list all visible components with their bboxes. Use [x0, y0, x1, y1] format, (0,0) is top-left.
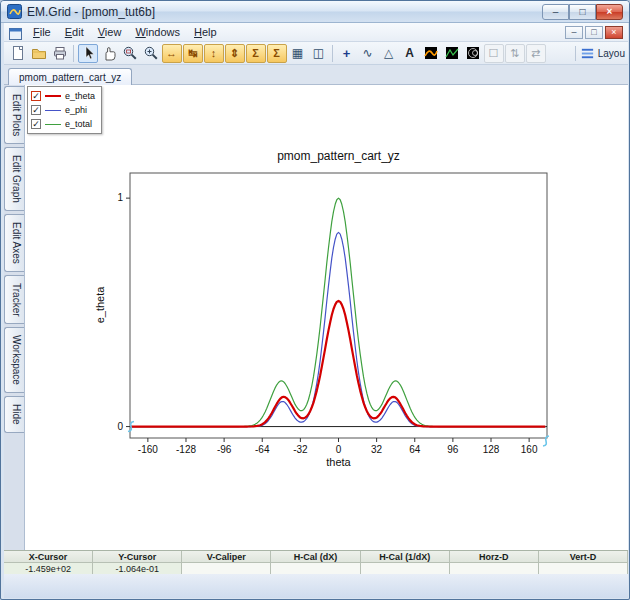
layout-lines-icon	[580, 46, 595, 61]
close-button[interactable]: ×	[596, 4, 623, 20]
y-tick-label: 0	[117, 421, 123, 432]
select-tool-icon[interactable]	[78, 44, 98, 63]
toolbar-separator	[332, 45, 333, 62]
zoom-window-icon[interactable]	[120, 44, 140, 63]
legend-item-e-theta[interactable]: ✓e_theta	[31, 89, 95, 103]
mdi-close-button[interactable]: ×	[605, 26, 623, 39]
marker-plot-icon[interactable]: △	[379, 44, 399, 63]
menu-edit[interactable]: Edit	[58, 24, 91, 40]
legend-item-e-phi[interactable]: ✓e_phi	[31, 103, 95, 117]
x-tick-label: -128	[176, 444, 196, 455]
x-axis-label: theta	[130, 456, 547, 468]
open-folder-icon[interactable]	[29, 44, 49, 63]
legend-label: e_total	[65, 119, 92, 129]
colormap-icon[interactable]	[421, 44, 441, 63]
fit-width-icon[interactable]: ↔	[162, 44, 182, 63]
toolbar-icons: ↔↹↕⇕ΣΣ▦◫+∿△A☐⇅⇄	[7, 44, 546, 63]
legend-checkbox-e-theta[interactable]: ✓	[31, 91, 41, 101]
sync-vertical-icon[interactable]: ⇅	[505, 44, 525, 63]
fit-height-icon[interactable]: ↕	[204, 44, 224, 63]
y-tick-label: 1	[117, 192, 123, 203]
side-tab-strip: Edit PlotsEdit GraphEdit AxesTrackerWork…	[4, 85, 24, 550]
app-window: EM.Grid - [pmom_tut6b] – □ × FileEditVie…	[0, 0, 630, 600]
menu-bar: FileEditViewWindowsHelp – □ ×	[4, 23, 628, 42]
x-tick-label: -96	[217, 444, 232, 455]
plot-area: -160-128-96-64-32032649612816001 pmom_pa…	[24, 85, 628, 550]
legend-label: e_theta	[65, 91, 95, 101]
legend-checkbox-e-total[interactable]: ✓	[31, 119, 41, 129]
toolbar-separator	[73, 45, 74, 62]
series-line-e-phi[interactable]	[130, 232, 545, 426]
x-tick-label: 128	[483, 444, 500, 455]
fit-y-limits-icon[interactable]: ⇕	[225, 44, 245, 63]
graph-view-icon[interactable]: ◫	[309, 44, 329, 63]
mdi-restore-button[interactable]: □	[585, 26, 603, 39]
add-curve-icon[interactable]: +	[337, 44, 357, 63]
line-plot-icon[interactable]: ∿	[358, 44, 378, 63]
x-tick-label: -160	[138, 444, 158, 455]
document-icon	[9, 26, 22, 38]
status-header-horz-d: Horz-D	[450, 551, 539, 563]
legend-checkbox-e-phi[interactable]: ✓	[31, 105, 41, 115]
side-tab-tracker[interactable]: Tracker	[4, 275, 24, 325]
legend: ✓e_theta✓e_phi✓e_total	[27, 86, 102, 134]
legend-line-sample	[45, 110, 61, 111]
pan-tool-icon[interactable]	[99, 44, 119, 63]
status-header-x-cursor: X-Cursor	[4, 551, 93, 563]
sync-horizontal-icon[interactable]: ⇄	[526, 44, 546, 63]
x-tick-label: -32	[293, 444, 308, 455]
zoom-in-icon[interactable]	[141, 44, 161, 63]
side-tab-workspace[interactable]: Workspace	[4, 327, 24, 393]
status-header-vert-d: Vert-D	[539, 551, 628, 563]
text-label-icon[interactable]: A	[400, 44, 420, 63]
menu-help[interactable]: Help	[187, 24, 224, 40]
minimize-button[interactable]: –	[542, 4, 569, 20]
tab-bar: pmom_pattern_cart_yz	[4, 65, 628, 85]
menu-windows[interactable]: Windows	[128, 24, 187, 40]
autoscale-all-icon[interactable]: Σ	[267, 44, 287, 63]
menu-file[interactable]: File	[26, 24, 58, 40]
fit-x-limits-icon[interactable]: ↹	[183, 44, 203, 63]
legend-line-sample	[45, 124, 61, 125]
window-controls: – □ ×	[542, 4, 623, 20]
new-document-icon[interactable]	[8, 44, 28, 63]
x-tick-label: 32	[371, 444, 383, 455]
menu-view[interactable]: View	[91, 24, 129, 40]
y-axis-label: e_theta	[94, 270, 106, 340]
layers-toggle-icon[interactable]: ☐	[484, 44, 504, 63]
table-view-icon[interactable]: ▦	[288, 44, 308, 63]
dark-plot-icon[interactable]	[442, 44, 462, 63]
plot-frame	[130, 173, 547, 438]
side-tab-edit-graph[interactable]: Edit Graph	[4, 147, 24, 211]
window-bottom-frame	[4, 574, 628, 598]
layout-label: Layou	[598, 48, 625, 59]
legend-line-sample	[45, 95, 61, 97]
side-tab-edit-plots[interactable]: Edit Plots	[4, 86, 24, 144]
status-header-h-cal-1-dx: H-Cal (1/dX)	[361, 551, 450, 563]
window-title: EM.Grid - [pmom_tut6b]	[27, 5, 155, 19]
print-icon[interactable]	[50, 44, 70, 63]
mdi-window-controls: – □ ×	[565, 26, 625, 39]
legend-label: e_phi	[65, 105, 87, 115]
chart-title: pmom_pattern_cart_yz	[130, 149, 547, 163]
status-header-v-caliper: V-Caliper	[182, 551, 271, 563]
x-tick-label: 64	[409, 444, 421, 455]
x-tick-label: 160	[521, 444, 538, 455]
toolbar: ↔↹↕⇕ΣΣ▦◫+∿△A☐⇅⇄ Layou	[4, 42, 628, 65]
x-tick-label: 0	[336, 444, 342, 455]
side-tab-edit-axes[interactable]: Edit Axes	[4, 214, 24, 272]
status-header-h-cal-dx: H-Cal (dX)	[271, 551, 360, 563]
series-line-e-total[interactable]	[130, 198, 545, 427]
legend-item-e-total[interactable]: ✓e_total	[31, 117, 95, 131]
side-tab-hide[interactable]: Hide	[4, 396, 24, 433]
smith-chart-icon[interactable]	[463, 44, 483, 63]
layout-control[interactable]: Layou	[575, 46, 625, 61]
autoscale-icon[interactable]: Σ	[246, 44, 266, 63]
x-tick-label: 96	[447, 444, 459, 455]
tab-pmom-pattern-cart-yz[interactable]: pmom_pattern_cart_yz	[8, 68, 132, 85]
maximize-button[interactable]: □	[569, 4, 596, 20]
status-header-y-cursor: Y-Cursor	[93, 551, 182, 563]
series-line-e-theta[interactable]	[130, 301, 545, 427]
title-bar: EM.Grid - [pmom_tut6b] – □ ×	[1, 1, 629, 23]
mdi-minimize-button[interactable]: –	[565, 26, 583, 39]
